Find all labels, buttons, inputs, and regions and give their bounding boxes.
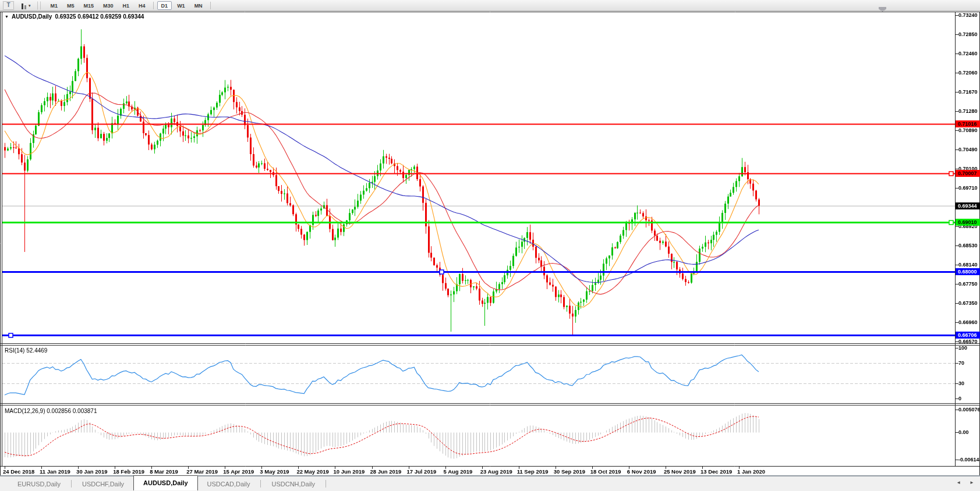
- price-tick-label: 0.71280: [958, 108, 978, 115]
- macd-value-label: MACD(12,26,9) 0.002856 0.003871: [5, 408, 97, 414]
- price-tick-label: 0.71670: [958, 89, 978, 95]
- price-tick-label: 0.67350: [958, 300, 978, 307]
- trading-terminal: { "icons": { "menu_triangle": "▼", "care…: [0, 0, 980, 491]
- date-label: 18 Feb 2019: [113, 468, 144, 475]
- chart-symbol-label: AUDUSD,Daily: [12, 13, 52, 20]
- symbol-tab-bar: EURUSD,DailyUSDCHF,DailyAUDUSD,DailyUSDC…: [0, 476, 980, 491]
- price-marker: 0.68000: [956, 268, 980, 275]
- price-tick-label: 0.66570: [958, 339, 978, 345]
- rsi-tick-label: 70: [958, 360, 964, 367]
- timeframe-button-m5[interactable]: M5: [63, 1, 79, 10]
- tab-usdcnh[interactable]: USDCNH,Daily: [262, 477, 324, 491]
- date-label: 18 Oct 2019: [590, 468, 621, 475]
- price-tick-label: 0.73240: [958, 12, 978, 19]
- price-tick-label: 0.66960: [958, 319, 978, 326]
- dropdown-caret-icon: ▾: [29, 2, 31, 9]
- rsi-tick-label: 100: [958, 345, 967, 351]
- chart-window: ▼ AUDUSD,Daily 0.69325 0.69412 0.69259 0…: [0, 12, 980, 476]
- timeframe-group: M1M5M15M30H1H4D1W1MN: [46, 1, 214, 10]
- tab-scroll-left-icon[interactable]: ◄: [956, 480, 961, 486]
- timeframe-button-h1[interactable]: H1: [119, 1, 134, 10]
- tab-usdcad[interactable]: USDCAD,Daily: [198, 477, 260, 491]
- timeframe-button-mn[interactable]: MN: [190, 1, 207, 10]
- price-tick-label: 0.68530: [958, 243, 978, 249]
- rsi-indicator-label: RSI(14) 52.4469: [5, 347, 47, 354]
- macd-indicator-label: MACD(12,26,9) 0.002856 0.003871: [5, 408, 97, 414]
- date-label: 23 Aug 2019: [480, 468, 512, 475]
- date-label: 17 Jul 2019: [407, 468, 437, 475]
- date-label: 27 Mar 2019: [186, 468, 218, 475]
- price-tick-label: 0.67750: [958, 281, 978, 287]
- price-marker: 0.71016: [956, 120, 980, 127]
- date-label: 6 Nov 2019: [627, 468, 656, 475]
- price-tick-label: 0.70490: [958, 147, 978, 153]
- rsi-tick-label: 0: [958, 396, 961, 402]
- date-label: 10 Jun 2019: [333, 468, 365, 475]
- price-marker: 0.69344: [956, 202, 980, 209]
- chart-ohlc-values: 0.69325 0.69412 0.69259 0.69344: [55, 13, 144, 20]
- macd-tick-label: 0.00: [958, 429, 969, 436]
- price-tick-label: 0.69710: [958, 185, 978, 191]
- timeframe-button-d1[interactable]: D1: [157, 1, 172, 10]
- date-label: 8 Mar 2019: [150, 468, 178, 475]
- timeframe-button-m15[interactable]: M15: [80, 1, 98, 10]
- date-label: 30 Sep 2019: [554, 468, 585, 475]
- price-tick-label: 0.72850: [958, 31, 978, 38]
- timeframe-button-m1[interactable]: M1: [47, 1, 62, 10]
- timeframe-button-w1[interactable]: W1: [173, 1, 189, 10]
- toolbar-separator: [210, 2, 211, 9]
- rsi-tick-label: 30: [958, 380, 964, 387]
- candle-glyph: [24, 5, 26, 9]
- price-tick-label: 0.70890: [958, 127, 978, 134]
- tab-audusd[interactable]: AUDUSD,Daily: [133, 475, 197, 490]
- price-marker: 0.66706: [956, 332, 980, 339]
- date-label: 11 Sep 2019: [517, 468, 549, 475]
- date-label: 1 Jan 2020: [737, 468, 765, 475]
- date-label: 11 Jan 2019: [40, 468, 70, 475]
- date-label: 28 Jun 2019: [370, 468, 402, 475]
- price-tick-label: 0.68140: [958, 262, 978, 268]
- date-label: 24 Dec 2018: [3, 468, 34, 475]
- tab-separator: [71, 480, 72, 488]
- macd-tick-label: -0.006148: [958, 457, 980, 463]
- price-marker: 0.70007: [956, 170, 980, 177]
- t-tool-button[interactable]: T: [3, 1, 14, 10]
- tab-separator: [326, 480, 326, 488]
- date-label: 22 May 2019: [296, 468, 328, 475]
- macd-tick-label: 0.005076: [958, 407, 980, 413]
- timeframe-button-h4[interactable]: H4: [135, 1, 150, 10]
- date-label: 30 Jan 2019: [76, 468, 107, 475]
- tab-usdchf[interactable]: USDCHF,Daily: [73, 477, 133, 491]
- toolbar-separator: [153, 2, 154, 9]
- tab-separator: [260, 480, 261, 488]
- date-label: 15 Apr 2019: [223, 468, 254, 475]
- price-tick-label: 0.72060: [958, 70, 978, 76]
- price-marker: 0.69010: [956, 219, 980, 226]
- date-label: 5 Aug 2019: [444, 468, 473, 475]
- chart-title-bar: ▼ AUDUSD,Daily 0.69325 0.69412 0.69259 0…: [5, 13, 144, 20]
- tab-scroll-arrows: ◄ ►: [956, 480, 974, 486]
- date-label: 25 Nov 2019: [664, 468, 696, 475]
- chart-canvas[interactable]: [0, 12, 980, 476]
- chart-type-icon[interactable]: ▾: [22, 2, 31, 9]
- toolbar-grip: [37, 2, 41, 9]
- timeframe-button-m30[interactable]: M30: [99, 1, 118, 10]
- date-label: 3 May 2019: [260, 468, 289, 475]
- candle-glyph: [22, 3, 23, 9]
- date-label: 13 Dec 2019: [700, 468, 732, 475]
- price-tick-label: 0.72460: [958, 51, 978, 57]
- rsi-value-label: RSI(14) 52.4469: [5, 347, 47, 354]
- tab-eurusd[interactable]: EURUSD,Daily: [8, 477, 70, 491]
- toolbar: T ▾ M1M5M15M30H1H4D1W1MN: [0, 0, 980, 11]
- chart-menu-icon[interactable]: ▼: [5, 15, 9, 19]
- tab-scroll-right-icon[interactable]: ►: [970, 480, 974, 486]
